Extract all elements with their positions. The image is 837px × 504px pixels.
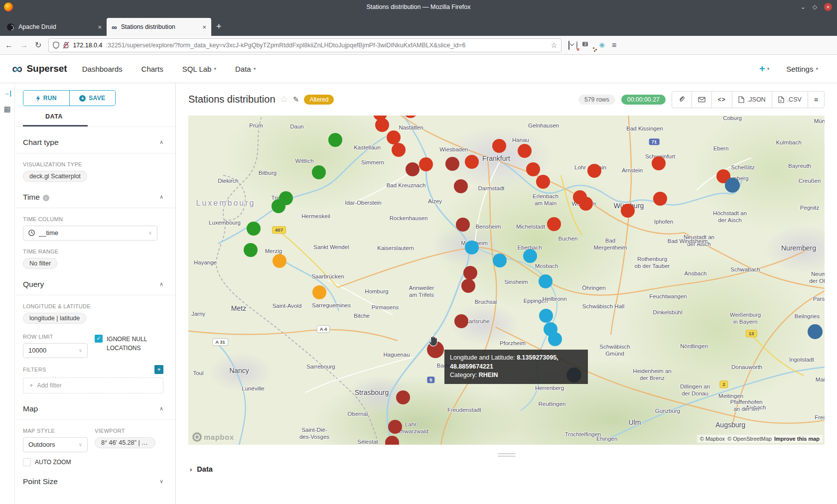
add-filter-box[interactable]: + Add filter (23, 378, 163, 393)
altered-badge[interactable]: Altered (304, 95, 334, 105)
map-point[interactable] (419, 157, 433, 171)
auto-zoom-checkbox-row[interactable]: AUTO ZOOM (23, 458, 163, 466)
map-point[interactable] (808, 324, 823, 339)
map-point[interactable] (579, 197, 593, 211)
superset-logo[interactable]: ∞ Superset (12, 63, 67, 75)
minimize-icon[interactable]: ⌄ (801, 4, 806, 10)
map-point[interactable] (445, 157, 459, 171)
map-point[interactable] (547, 217, 561, 231)
data-section-toggle[interactable]: › Data (176, 458, 837, 473)
panel-resize-handle[interactable] (498, 452, 516, 458)
viewport-pill[interactable]: 8° 46' 45.28" | 49... (95, 437, 155, 448)
map-canvas[interactable]: Longitude and Latitude: 8.1359273095, 48… (188, 116, 825, 445)
tab-data[interactable]: DATA (23, 113, 163, 126)
map-point[interactable] (312, 165, 326, 179)
map-point[interactable] (463, 266, 477, 280)
mapbox-logo[interactable]: mapbox (192, 432, 234, 442)
time-column-select[interactable]: __time ∨ (23, 226, 157, 241)
section-header-chart-type[interactable]: Chart type ∧ (23, 138, 163, 153)
email-button[interactable] (692, 92, 711, 108)
attribution-osm[interactable]: © OpenStreetMap (727, 436, 772, 442)
map-point[interactable] (536, 175, 550, 189)
tab-stations-distribution[interactable]: ∞ Stations distribution × (107, 18, 211, 36)
extension-asterisk-icon[interactable]: ✳ (598, 41, 605, 49)
map-point[interactable] (328, 133, 342, 147)
attribution-mapbox[interactable]: © Mapbox (700, 436, 725, 442)
map-point[interactable] (518, 144, 532, 158)
back-icon[interactable]: ← (5, 41, 13, 49)
map-point[interactable] (456, 218, 470, 232)
nav-item-data[interactable]: Data▾ (235, 65, 256, 73)
map-point[interactable] (454, 314, 468, 328)
row-limit-select[interactable]: 10000 ∨ (23, 343, 88, 358)
nav-item-sql-lab[interactable]: SQL Lab▾ (182, 65, 216, 73)
improve-map-link[interactable]: Improve this map (774, 436, 820, 442)
map-point[interactable] (523, 249, 537, 263)
favorite-star-icon[interactable]: ☆ (280, 94, 288, 105)
map-point[interactable] (388, 420, 402, 434)
pocket-icon[interactable] (568, 42, 569, 49)
section-header-time[interactable]: Timei ∧ (23, 193, 163, 208)
tracking-shield-icon[interactable] (53, 41, 59, 49)
map-point[interactable] (465, 241, 479, 254)
section-header-map[interactable]: Map ∧ (23, 404, 163, 419)
map-point[interactable] (244, 243, 258, 257)
map-point[interactable] (396, 390, 410, 404)
map-point[interactable] (272, 199, 285, 213)
section-header-point-size[interactable]: Point Size ∨ (23, 477, 163, 492)
datasource-grid-icon[interactable]: ▦ (3, 105, 10, 114)
map-point[interactable] (461, 279, 475, 293)
map-point[interactable] (652, 156, 666, 170)
export-csv-button[interactable]: .CSV (772, 92, 808, 108)
map-point[interactable] (548, 332, 562, 346)
add-filter-plus-button[interactable]: + (154, 365, 163, 374)
export-json-button[interactable]: .JSON (732, 92, 772, 108)
map-point[interactable] (387, 130, 401, 144)
password-extension-icon[interactable] (576, 42, 577, 49)
run-button[interactable]: RUN (23, 91, 69, 106)
map-point[interactable] (312, 285, 326, 299)
section-header-query[interactable]: Query ∧ (23, 280, 163, 295)
settings-menu[interactable]: Settings▾ (786, 65, 818, 73)
map-style-select[interactable]: Outdoors ∨ (23, 437, 88, 452)
reload-icon[interactable]: ↻ (35, 41, 41, 49)
map-point[interactable] (392, 143, 406, 157)
lonlat-pill[interactable]: longitude | latitude (23, 313, 86, 324)
map-point[interactable] (465, 155, 479, 169)
checkbox-checked-icon[interactable]: ✓ (95, 335, 103, 343)
map-point[interactable] (526, 162, 540, 176)
hamburger-menu-icon[interactable]: ≡ (612, 41, 616, 50)
forward-icon[interactable]: → (20, 41, 28, 49)
map-point[interactable] (273, 254, 286, 268)
ignore-null-checkbox-row[interactable]: ✓ IGNORE NULL LOCATIONS (95, 335, 159, 358)
close-icon[interactable]: × (824, 3, 832, 11)
bookmark-star-icon[interactable]: ☆ (551, 41, 558, 49)
maximize-icon[interactable]: ◇ (813, 4, 817, 10)
new-tab-button[interactable]: + (216, 21, 222, 32)
url-bar[interactable]: 172.18.0.4 :32251/superset/explore/?form… (48, 38, 561, 52)
map-point[interactable] (454, 179, 468, 193)
tab-apache-druid[interactable]: Apache Druid × (2, 18, 107, 36)
tab-close-icon[interactable]: × (98, 23, 102, 31)
checkbox-unchecked-icon[interactable] (23, 458, 31, 466)
embed-code-button[interactable]: <> (711, 92, 732, 108)
map-point[interactable] (493, 253, 507, 267)
save-button[interactable]: + SAVE (69, 91, 116, 106)
insecure-lock-icon[interactable] (63, 41, 69, 49)
tab-close-icon[interactable]: × (202, 23, 206, 31)
expand-panel-icon[interactable]: →| (3, 89, 11, 97)
map-point[interactable] (587, 164, 601, 178)
map-point[interactable] (539, 274, 553, 288)
more-options-button[interactable]: ≡ (808, 92, 824, 108)
map-point[interactable] (375, 118, 389, 132)
map-point[interactable] (492, 139, 506, 153)
add-new-button[interactable]: +▾ (759, 63, 769, 75)
edit-properties-icon[interactable]: ✎ (293, 95, 299, 104)
viz-type-pill[interactable]: deck.gl Scatterplot (23, 171, 87, 182)
time-range-pill[interactable]: No filter (23, 258, 57, 269)
map-point[interactable] (725, 178, 740, 193)
map-point[interactable] (406, 162, 419, 176)
share-link-button[interactable] (672, 92, 692, 108)
nav-item-charts[interactable]: Charts (141, 65, 163, 73)
map-point[interactable] (539, 309, 553, 323)
